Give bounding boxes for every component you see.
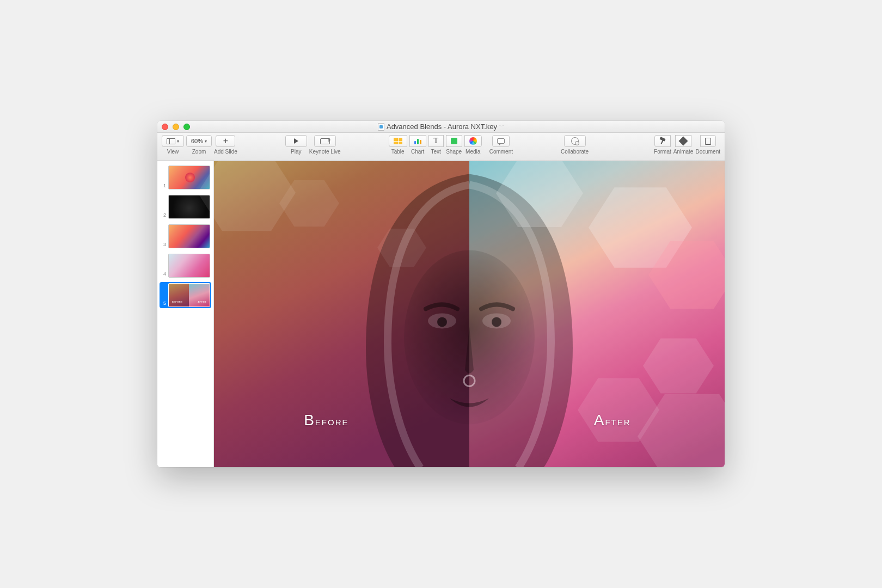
chart-icon <box>414 138 421 144</box>
close-icon[interactable] <box>162 124 168 130</box>
slide-canvas[interactable]: Before After <box>214 161 725 467</box>
play-group: Play <box>285 135 307 155</box>
document-label: Document <box>695 149 720 155</box>
slide-thumbnail-4[interactable]: 4 <box>160 253 211 279</box>
view-group: ▾ View <box>162 135 184 155</box>
keynote-live-button[interactable] <box>314 135 336 147</box>
view-icon <box>167 138 175 144</box>
thumbnail-image <box>168 166 210 189</box>
slide-thumbnail-3[interactable]: 3 <box>160 223 211 249</box>
document-icon <box>705 138 711 145</box>
comment-label: Comment <box>489 149 513 155</box>
shape-group: Shape <box>446 135 462 155</box>
window-title: Advanced Blends - Aurora NXT.key ﹀ <box>157 122 725 131</box>
table-group: Table <box>389 135 407 155</box>
animate-icon <box>679 137 688 146</box>
slide-number: 1 <box>161 183 166 189</box>
add-slide-button[interactable]: + <box>216 135 235 147</box>
comment-button[interactable] <box>492 135 510 147</box>
play-icon <box>294 138 298 144</box>
chart-group: Chart <box>409 135 426 155</box>
shape-icon <box>451 138 457 144</box>
title-bar: Advanced Blends - Aurora NXT.key ﹀ <box>157 121 725 133</box>
text-icon: T <box>433 137 438 145</box>
slide-number: 3 <box>161 242 166 248</box>
keynote-live-label: Keynote Live <box>309 149 341 155</box>
toolbar: ▾ View 60% ▾ Zoom + Add Slide Play <box>157 133 725 161</box>
thumbnail-image <box>168 254 210 278</box>
animate-button[interactable] <box>675 135 691 147</box>
comment-icon <box>497 138 505 144</box>
text-button[interactable]: T <box>428 135 444 147</box>
chevron-down-icon: ▾ <box>177 139 179 144</box>
slide-thumbnail-5[interactable]: 5 BEFOREAFTER <box>160 282 211 308</box>
keynote-live-group: Keynote Live <box>309 135 341 155</box>
thumbnail-image: BEFOREAFTER <box>168 283 210 307</box>
document-button[interactable] <box>700 135 716 147</box>
after-label: After <box>594 412 631 429</box>
thumbnail-image <box>168 195 210 219</box>
play-button[interactable] <box>285 135 307 147</box>
animate-group: Animate <box>673 135 694 155</box>
title-chevron-icon[interactable]: ﹀ <box>499 123 504 130</box>
zoom-button[interactable]: 60% ▾ <box>186 135 212 147</box>
collaborate-group: Collaborate <box>561 135 589 155</box>
keynote-live-icon <box>320 138 330 144</box>
table-button[interactable] <box>389 135 407 147</box>
media-group: Media <box>464 135 482 155</box>
collaborate-label: Collaborate <box>561 149 589 155</box>
animate-label: Animate <box>673 149 694 155</box>
app-window: Advanced Blends - Aurora NXT.key ﹀ ▾ Vie… <box>157 121 725 467</box>
slide-thumbnail-1[interactable]: 1 <box>160 164 211 191</box>
format-icon <box>659 138 666 144</box>
format-button[interactable] <box>654 135 671 147</box>
traffic-lights <box>162 124 190 130</box>
table-label: Table <box>391 149 405 155</box>
shape-label: Shape <box>446 149 462 155</box>
window-title-text: Advanced Blends - Aurora NXT.key <box>387 122 497 131</box>
slide-number: 5 <box>161 301 166 307</box>
zoom-value: 60% <box>191 138 203 144</box>
view-label: View <box>167 149 179 155</box>
comment-group: Comment <box>489 135 513 155</box>
chart-button[interactable] <box>409 135 426 147</box>
collaborate-icon <box>571 137 579 145</box>
slide-navigator[interactable]: 1 2 3 4 5 BEFOREAFTER <box>157 161 214 467</box>
maximize-icon[interactable] <box>183 124 190 130</box>
minimize-icon[interactable] <box>173 124 179 130</box>
add-slide-group: + Add Slide <box>214 135 237 155</box>
body: 1 2 3 4 5 BEFOREAFTER <box>157 161 725 467</box>
thumbnail-image <box>168 224 210 248</box>
play-label: Play <box>291 149 301 155</box>
plus-icon: + <box>223 137 228 145</box>
before-label: Before <box>304 412 348 429</box>
format-label: Format <box>654 149 671 155</box>
slide-thumbnail-2[interactable]: 2 <box>160 194 211 220</box>
slide-content[interactable]: Before After <box>214 161 725 467</box>
format-group: Format <box>654 135 671 155</box>
media-button[interactable] <box>464 135 482 147</box>
media-label: Media <box>465 149 480 155</box>
chevron-down-icon: ▾ <box>205 139 207 144</box>
chart-label: Chart <box>411 149 424 155</box>
table-icon <box>394 138 402 144</box>
add-slide-label: Add Slide <box>214 149 237 155</box>
zoom-label: Zoom <box>192 149 206 155</box>
media-icon <box>469 137 477 145</box>
slide-number: 2 <box>161 212 166 219</box>
view-button[interactable]: ▾ <box>162 135 184 147</box>
text-group: T Text <box>428 135 444 155</box>
zoom-group: 60% ▾ Zoom <box>186 135 212 155</box>
shape-button[interactable] <box>446 135 462 147</box>
document-icon <box>378 123 384 131</box>
slide-number: 4 <box>161 271 166 278</box>
document-group: Document <box>695 135 720 155</box>
collaborate-button[interactable] <box>564 135 586 147</box>
text-label: Text <box>431 149 441 155</box>
